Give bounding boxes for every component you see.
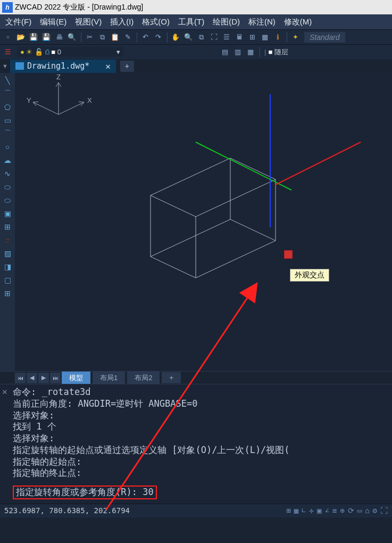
tab-prev-icon[interactable]: ◀ [27, 373, 37, 383]
save-icon[interactable]: 💾 [28, 31, 39, 43]
insert-block-icon[interactable]: ▣ [2, 208, 13, 219]
color-swatch-icon: ■ [51, 48, 55, 56]
arc-icon[interactable]: ⌒ [2, 88, 13, 99]
document-name: Drawing1.dwg* [27, 61, 89, 71]
line-icon[interactable]: ╲ [2, 75, 13, 86]
app-logo-icon: h [2, 2, 13, 13]
cut-icon[interactable]: ✂ [84, 31, 95, 43]
ellipse-arc-icon[interactable]: ⬭ [2, 195, 13, 205]
calc-icon[interactable]: 🖩 [233, 31, 245, 43]
plot-icon: ⎙ [45, 48, 49, 56]
point-icon[interactable]: :: [2, 235, 13, 245]
svg-line-6 [59, 102, 84, 114]
tab-add-layout[interactable]: + [162, 372, 181, 383]
region-icon[interactable]: ▢ [2, 275, 13, 285]
hatch-icon[interactable]: ▨ [2, 248, 13, 259]
cmd-line: 选择对象: [13, 433, 387, 445]
rect-icon[interactable]: ▭ [2, 115, 13, 126]
gradient-icon[interactable]: ◨ [2, 261, 13, 272]
toolbar-layers: ☰ ● ☀ 🔓 ⎙ ■ 0 ▾ ▤ ▥ ▦ | ■ 随层 [0, 44, 392, 59]
menu-format[interactable]: 格式(O) [138, 15, 174, 29]
revcloud-icon[interactable]: ☁ [2, 155, 13, 166]
pan-icon[interactable]: ✋ [170, 31, 181, 43]
bylayer-label[interactable]: 随层 [274, 47, 288, 57]
menu-draw[interactable]: 绘图(D) [208, 15, 244, 29]
new-tab-button[interactable]: + [120, 61, 134, 72]
zoom-icon[interactable]: 🔍 [182, 31, 194, 43]
copy-icon[interactable]: ⧉ [96, 31, 108, 43]
menu-file[interactable]: 文件(F) [1, 15, 36, 29]
tab-last-icon[interactable]: ⏭ [50, 373, 61, 383]
polar-toggle-icon[interactable]: ✛ [310, 506, 314, 515]
arc2-icon[interactable]: ⌒ [2, 128, 13, 139]
toolbar-standard: ▫ 📂 💾 💾 🖶 🔍 ✂ ⧉ 📋 ✎ ↶ ↷ ✋ 🔍 ⧉ ⛶ ☰ 🖩 ⊞ ▦ … [0, 29, 392, 44]
sun-icon: ☀ [26, 48, 32, 56]
command-prompt: 指定旋转角度或参考角度(R): [16, 487, 137, 497]
open-icon[interactable]: 📂 [15, 31, 27, 43]
dim-style-icon[interactable]: ✦ [289, 31, 301, 43]
tab-first-icon[interactable]: ⏮ [15, 373, 26, 383]
tab-layout2[interactable]: 布局2 [127, 372, 160, 384]
layer-combo[interactable]: ● ☀ 🔓 ⎙ ■ 0 ▾ [17, 47, 123, 57]
menu-dim[interactable]: 标注(N) [244, 15, 280, 29]
tab-layout1[interactable]: 布局1 [93, 372, 125, 384]
zoom-win-icon[interactable]: ⧉ [195, 31, 207, 43]
drawing-viewport[interactable]: 外观交点 Z X Y [15, 73, 392, 371]
workspace: ╲ ⌒ ⬠ ▭ ⌒ ○ ☁ ∿ ⬭ ⬭ ▣ ⊞ :: ▨ ◨ ▢ ⊞ [0, 73, 392, 371]
close-tab-icon[interactable]: ✕ [105, 61, 111, 71]
layer-iso-icon[interactable]: ▥ [232, 46, 244, 58]
help-icon[interactable]: ℹ [272, 31, 283, 43]
workspace-switch-icon[interactable]: ⚙ [373, 506, 377, 515]
otrack-toggle-icon[interactable]: ∠ [324, 506, 329, 515]
palette-icon[interactable]: ▦ [259, 31, 271, 43]
dyn-toggle-icon[interactable]: ⊕ [340, 506, 344, 515]
saveas-icon[interactable]: 💾 [40, 31, 52, 43]
osnap-toggle-icon[interactable]: ▣ [317, 506, 321, 515]
undo-icon[interactable]: ↶ [139, 31, 151, 43]
document-tab-active[interactable]: Drawing1.dwg* ✕ [10, 60, 116, 73]
tab-next-icon[interactable]: ▶ [38, 373, 49, 383]
model-toggle-icon[interactable]: ▭ [357, 506, 362, 515]
make-block-icon[interactable]: ⊞ [2, 221, 13, 232]
snap-toggle-icon[interactable]: ⊞ [286, 506, 290, 515]
table-icon[interactable]: ⊞ [2, 288, 13, 299]
ucs-icon: Z X Y [21, 73, 101, 131]
menu-insert[interactable]: 插入(I) [106, 15, 138, 29]
toolbar-separator [260, 47, 260, 57]
match-icon[interactable]: ✎ [122, 31, 134, 43]
lock-icon: 🔓 [35, 48, 43, 56]
print-icon[interactable]: 🖶 [53, 31, 65, 43]
spline-icon[interactable]: ∿ [2, 168, 13, 179]
menu-modify[interactable]: 修改(M) [280, 15, 316, 29]
bulb-on-icon: ● [20, 48, 24, 56]
grid-toggle-icon[interactable]: ▦ [294, 506, 298, 515]
cmd-line: 指定旋转轴的起始点或通过选项定义轴 [对象(O)/上一次(L)/视图( [13, 445, 387, 456]
menu-tool[interactable]: 工具(T) [174, 15, 208, 29]
ortho-toggle-icon[interactable]: ∟ [302, 506, 306, 515]
style-combo[interactable]: Standard [304, 32, 345, 43]
osnap-marker-icon [284, 250, 293, 259]
tab-arrow-icon[interactable]: ▼ [2, 63, 8, 69]
design-center-icon[interactable]: ⊞ [246, 31, 258, 43]
command-input[interactable]: 指定旋转角度或参考角度(R): 30 [13, 486, 157, 499]
props-icon[interactable]: ☰ [221, 31, 232, 43]
redo-icon[interactable]: ↷ [152, 31, 164, 43]
layer-off-icon[interactable]: ▦ [245, 46, 256, 58]
clean-screen-icon[interactable]: ⛶ [380, 506, 388, 515]
tab-model[interactable]: 模型 [62, 372, 90, 384]
menu-edit[interactable]: 编辑(E) [36, 15, 71, 29]
new-icon[interactable]: ▫ [2, 31, 14, 43]
zoom-ext-icon[interactable]: ⛶ [208, 31, 220, 43]
cycle-toggle-icon[interactable]: ⟳ [348, 506, 354, 515]
circle-icon[interactable]: ○ [2, 142, 13, 152]
ellipse-icon[interactable]: ⬭ [2, 182, 13, 192]
preview-icon[interactable]: 🔍 [66, 31, 78, 43]
polygon-icon[interactable]: ⬠ [2, 102, 13, 112]
annoscale-icon[interactable]: ⌂ [365, 506, 369, 515]
menu-view[interactable]: 视图(V) [71, 15, 106, 29]
layer-prev-icon[interactable]: ▤ [219, 46, 231, 58]
lwt-toggle-icon[interactable]: ≡ [332, 506, 337, 515]
paste-icon[interactable]: 📋 [109, 31, 121, 43]
close-panel-icon[interactable]: ✕ [2, 386, 7, 397]
layer-manager-icon[interactable]: ☰ [2, 46, 14, 58]
